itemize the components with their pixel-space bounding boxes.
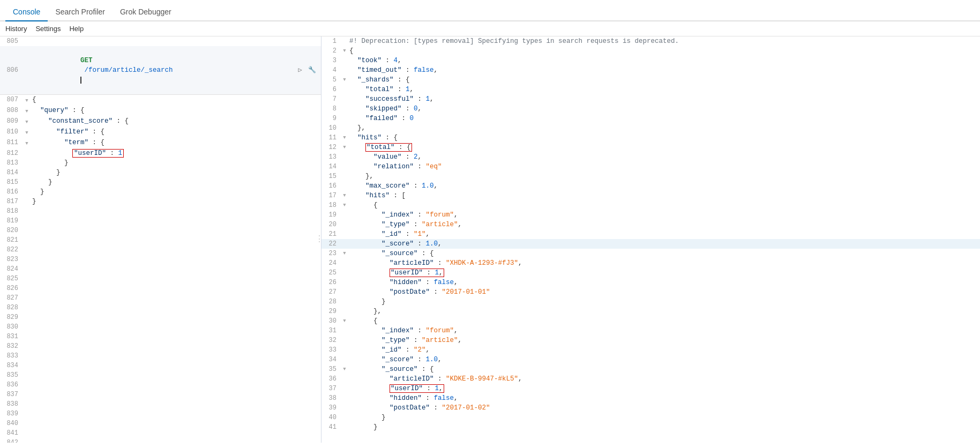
out-num: 8 [321,104,341,114]
out-num: 3 [321,56,341,65]
out-content: "articleID" : "KDKE-B-9947-#kL5", [348,374,980,384]
out-num: 7 [321,94,341,104]
out-content: "max_score" : 1.0, [348,181,980,191]
out-num: 32 [321,336,341,345]
line-content [31,36,321,46]
table-row: 27 "postDate" : "2017-01-01" [321,287,980,297]
tab-console[interactable]: Console [5,3,48,21]
line-gutter [23,177,31,178]
out-num: 24 [321,258,341,268]
out-num: 20 [321,220,341,229]
out-num: 34 [321,355,341,364]
line-number: 830 [0,322,23,332]
line-content: "constant_score" : { [31,116,321,126]
out-num: 29 [321,307,341,316]
table-row: 1 #! Deprecation: [types removal] Specif… [321,36,980,46]
table-row: 5 ▼ "_shards" : { [321,75,980,85]
out-num: 27 [321,287,341,297]
line-gutter: ▼ [23,95,31,106]
table-row: 813 } [0,158,321,168]
settings-link[interactable]: Settings [35,25,61,33]
table-row: 13 "value" : 2, [321,152,980,162]
table-row: 842 [0,438,321,443]
line-content: "userID" : 1 [31,148,321,158]
table-row: 808 ▼ "query" : { [0,106,321,116]
run-icon[interactable]: ▷ [295,65,305,75]
table-row: 37 "userID" : 1, [321,384,980,393]
line-number: 827 [0,293,23,303]
out-content: "took" : 4, [348,56,980,65]
tab-search-profiler[interactable]: Search Profiler [48,3,113,21]
table-row: 6 "total" : 1, [321,85,980,94]
out-num: 18 [321,200,341,210]
table-row: 827 [0,293,321,303]
line-content: } [31,168,321,177]
line-number: 832 [0,341,23,351]
line-number: 811 [0,138,23,147]
wrench-icon[interactable]: 🔧 [307,65,317,75]
table-row: 7 "successful" : 1, [321,94,980,104]
line-content: } [31,187,321,197]
table-row: 805 [0,36,321,46]
out-num: 13 [321,152,341,162]
line-number: 835 [0,370,23,380]
table-row: 821 [0,235,321,245]
line-number: 841 [0,428,23,438]
line-content: GET /forum/article/_search [31,46,295,94]
line-number: 809 [0,116,23,126]
out-num: 22 [321,239,341,249]
table-row: 836 [0,380,321,390]
table-row: 819 [0,216,321,226]
table-row: 837 [0,390,321,399]
table-row: 832 [0,341,321,351]
out-content: "hits" : { [348,133,980,143]
out-content: "successful" : 1, [348,94,980,104]
output-panel[interactable]: 1 #! Deprecation: [types removal] Specif… [321,36,980,443]
out-num: 33 [321,345,341,355]
table-row: 35 ▼ "_source" : { [321,364,980,374]
line-number: 831 [0,332,23,341]
line-content: } [31,158,321,168]
table-row: 826 [0,284,321,293]
line-number: 834 [0,361,23,370]
main-content: 805 806 GET /forum/article/_search ▷ [0,36,980,443]
line-content: } [31,197,321,206]
line-number: 821 [0,235,23,245]
tab-grok-debugger[interactable]: Grok Debugger [113,3,179,21]
app-container: Console Search Profiler Grok Debugger Hi… [0,0,980,443]
table-row: 17 ▼ "hits" : [ [321,191,980,200]
line-number: 828 [0,303,23,312]
line-number: 825 [0,274,23,284]
out-num: 9 [321,114,341,123]
out-content: } [348,297,980,307]
out-num: 15 [321,172,341,181]
out-num: 17 [321,191,341,200]
table-row: 830 [0,322,321,332]
table-row: 32 "_type" : "article", [321,336,980,345]
help-link[interactable]: Help [69,25,84,33]
line-number: 839 [0,409,23,419]
resize-handle[interactable]: ⋮ [317,36,321,443]
out-num: 19 [321,210,341,220]
line-number: 838 [0,399,23,409]
out-num: 21 [321,229,341,239]
table-row: 18 ▼ { [321,200,980,210]
table-row: 23 ▼ "_source" : { [321,249,980,258]
table-row: 39 "postDate" : "2017-01-02" [321,403,980,413]
out-num: 14 [321,162,341,172]
table-row: 823 [0,255,321,264]
table-row: 814 } [0,168,321,177]
table-row: 828 [0,303,321,312]
out-content: #! Deprecation: [types removal] Specifyi… [348,36,980,46]
table-row: 10 }, [321,123,980,133]
code-area[interactable]: 805 806 GET /forum/article/_search ▷ [0,36,321,443]
table-row: 815 } [0,177,321,187]
out-num: 28 [321,297,341,307]
out-content: "articleID" : "XHDK-A-1293-#fJ3", [348,258,980,268]
table-row: 818 [0,206,321,216]
out-content: "_score" : 1.0, [348,355,980,364]
line-content: "filter" : { [31,127,321,137]
history-link[interactable]: History [5,25,27,33]
table-row: 38 "hidden" : false, [321,393,980,403]
out-content: "timed_out" : false, [348,65,980,75]
